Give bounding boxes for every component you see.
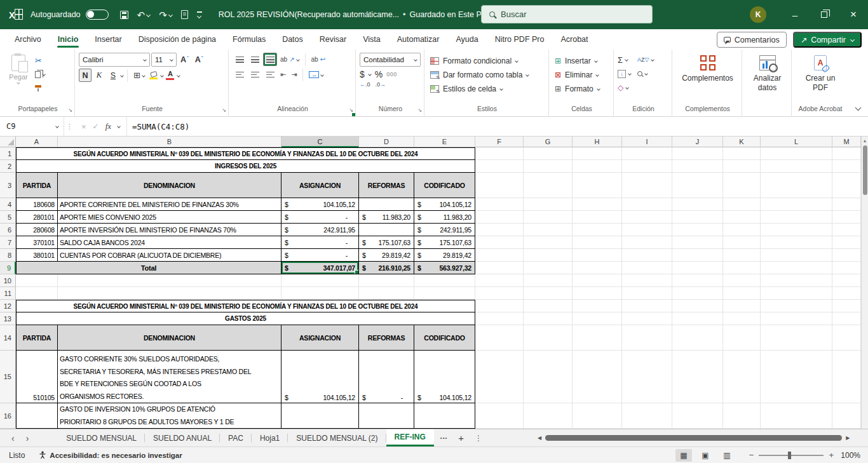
cell-A15[interactable]: 510105 [16,351,58,403]
cell-C5[interactable]: $- [281,211,359,224]
col-header-J[interactable]: J [672,137,723,147]
cell-C16[interactable] [281,403,359,429]
row-header-12[interactable]: 12 [0,300,16,312]
cell-K16[interactable] [723,403,761,429]
cell-L16[interactable] [761,403,832,429]
cell-F16[interactable] [475,403,524,429]
cell-L1[interactable] [761,147,832,160]
cell-I8[interactable] [622,249,672,262]
cell-I12[interactable] [622,300,672,312]
decrease-indent-button[interactable]: ⇤ [278,69,288,81]
insert-cells-button[interactable]: ⊞ Insertar [553,54,611,68]
cell-M10[interactable] [832,274,861,287]
cell-I10[interactable] [622,274,672,287]
zoom-out-button[interactable]: − [749,450,754,460]
tab-inicio[interactable]: Inicio [51,31,86,48]
cell-K11[interactable] [723,287,761,300]
cell-G8[interactable] [524,249,573,262]
format-cells-button[interactable]: ⊞ Formato [553,82,611,96]
cell-K12[interactable] [723,300,761,312]
italic-button[interactable]: K [93,69,105,82]
cell-E6[interactable]: $242.911,95 [414,224,475,236]
cell-E15[interactable]: $104.105,12 [414,351,475,403]
font-color-button[interactable]: A [165,70,176,80]
row-header-8[interactable]: 8 [0,249,16,262]
horizontal-scroll-thumb[interactable] [545,435,842,441]
col-header-K[interactable]: K [723,137,761,147]
sheet-tab-sueldo-mensual[interactable]: SUELDO MENSUAL [58,429,145,446]
number-dialog-launcher[interactable]: ↘ [417,108,422,113]
cell-L2[interactable] [761,160,832,173]
cell-H11[interactable] [573,287,622,300]
cell-A3[interactable]: PARTIDA [16,173,58,198]
cell-F5[interactable] [475,211,524,224]
sheet-tab-pac[interactable]: PAC [220,429,252,446]
cell-B15[interactable]: GASTO CORRIENTE 30% SUELDOS AUTORIDADES,… [58,351,281,403]
cell-K9[interactable] [723,262,761,274]
horizontal-scrollbar[interactable]: ◀ ▶ [538,433,863,443]
cell-C6[interactable]: $242.911,95 [281,224,359,236]
tab-ayuda[interactable]: Ayuda [449,31,485,48]
cell-E4[interactable]: $104.105,12 [414,198,475,211]
cell-G2[interactable] [524,160,573,173]
cell-L11[interactable] [761,287,832,300]
underline-button[interactable]: S [107,69,119,82]
redo-button[interactable]: ↷ [159,10,172,20]
cell-I3[interactable] [622,173,672,198]
cell-C9[interactable]: $347.017,07 [281,262,359,274]
cell-F1[interactable] [475,147,524,160]
cell-G5[interactable] [524,211,573,224]
row-header-2[interactable]: 2 [0,160,16,173]
cell-F9[interactable] [475,262,524,274]
minimize-button[interactable]: – [780,0,810,29]
wrap-text-button[interactable]: ab↩ [309,53,328,66]
orientation-button[interactable]: ab↗ [278,53,301,66]
cell-I5[interactable] [622,211,672,224]
cell-D5[interactable]: $11.983,20 [359,211,414,224]
percent-button[interactable]: % [375,69,383,79]
enter-button[interactable]: ✓ [93,122,99,131]
cell-B4[interactable]: APORTE CORRIENTE DEL MINISTERIO DE FINAN… [58,198,281,211]
align-left-button[interactable] [233,68,247,81]
cell-E7[interactable]: $175.107,63 [414,236,475,249]
cell-H1[interactable] [573,147,622,160]
cell-D14[interactable]: REFORMAS [359,325,414,351]
cell-I7[interactable] [622,236,672,249]
cell-L10[interactable] [761,274,832,287]
row-header-1[interactable]: 1 [0,147,16,160]
cell-E11[interactable] [414,287,475,300]
cell-A8[interactable]: 380101 [16,249,58,262]
next-sheet-button[interactable]: › [26,433,29,443]
cell-B7[interactable]: SALDO CAJA BANCOS 2024 [58,236,281,249]
cell-C10[interactable] [281,274,359,287]
cell-E3[interactable]: CODIFICADO [414,173,475,198]
cell-H8[interactable] [573,249,622,262]
addins-button[interactable]: Complementos [676,53,739,105]
cell-K2[interactable] [723,160,761,173]
format-painter-button[interactable] [33,82,47,95]
document-title[interactable]: ROL 2025 REVISIÓN(Recuperado automáticam… [219,10,494,19]
row-header-10[interactable]: 10 [0,274,16,287]
cell-C3[interactable]: ASIGNACION [281,173,359,198]
tab-insertar[interactable]: Insertar [88,31,128,48]
cell-B8[interactable]: CUENTAS POR COBRAR (ALICUOTA DE DICIEMBR… [58,249,281,262]
tab-vista[interactable]: Vista [356,31,388,48]
cell-C14[interactable]: ASIGNACION [281,325,359,351]
scroll-left-icon[interactable]: ◀ [538,435,541,441]
collapse-ribbon-button[interactable] [855,105,862,111]
cell-H2[interactable] [573,160,622,173]
cell-L15[interactable] [761,351,832,403]
cell-E5[interactable]: $11.983,20 [414,211,475,224]
fill-color-button[interactable] [148,72,159,79]
cell-I13[interactable] [622,312,672,325]
cell-F7[interactable] [475,236,524,249]
cell-B16[interactable]: GASTO DE INVERSION 10% GRUPOS DE ATENCIÓ… [58,403,281,429]
bold-button[interactable]: N [79,69,92,82]
select-all-corner[interactable] [0,137,16,147]
alignment-dialog-launcher[interactable]: ↘ [349,108,353,113]
row-header-3[interactable]: 3 [0,173,16,198]
comments-button[interactable]: Comentarios [717,32,787,48]
currency-button[interactable]: $ [360,69,365,79]
sheet-tab-ref-ing[interactable]: REF-ING [386,429,434,446]
cell-M15[interactable] [832,351,861,403]
